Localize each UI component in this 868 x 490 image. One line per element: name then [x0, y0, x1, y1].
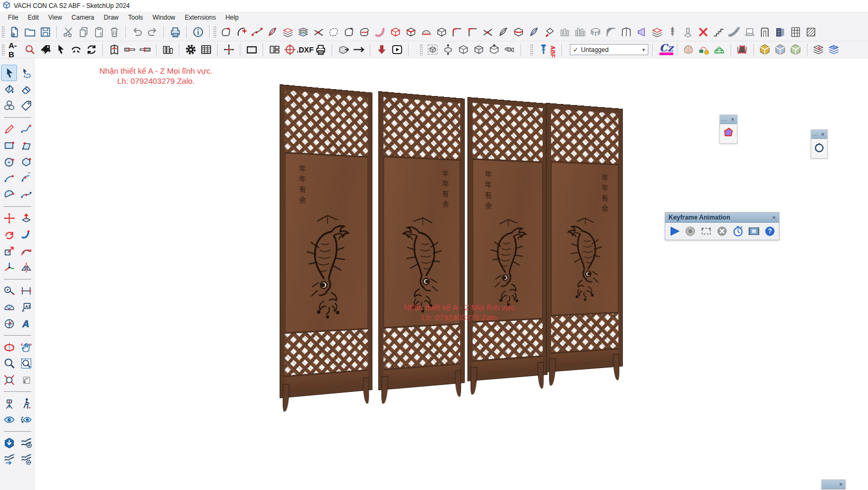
tool-previous-view[interactable] [18, 372, 34, 388]
tool-protractor[interactable] [1, 299, 17, 316]
menu-file[interactable]: File [3, 12, 23, 23]
new-document-button[interactable] [7, 24, 22, 39]
cutlist-table-button[interactable] [198, 42, 213, 57]
tool-layers-settings[interactable] [18, 451, 34, 468]
cut-button[interactable] [60, 24, 75, 39]
plugin-curve-edge-button[interactable] [496, 24, 510, 39]
chevron-down-icon[interactable]: ▾ [639, 47, 648, 52]
view-top-button[interactable] [440, 42, 455, 57]
screen-panel-3[interactable]: 年年有余 [468, 98, 547, 381]
tool-orbit[interactable] [1, 339, 17, 355]
tool-offset[interactable] [18, 243, 34, 259]
joint-a-button[interactable] [122, 42, 137, 57]
plugin-layers-red-button[interactable] [280, 24, 295, 39]
toolbar-drag-handle[interactable] [213, 26, 216, 38]
keyframe-animation-panel[interactable]: Keyframe Animation × ? [665, 212, 779, 240]
fold-tool-button[interactable] [107, 42, 121, 57]
toolbar-drag-handle[interactable] [2, 44, 5, 56]
tool-axes[interactable] [1, 259, 17, 276]
dxf-export-button[interactable]: .DXF [298, 42, 313, 57]
keyframe-play-button[interactable] [667, 224, 681, 238]
menu-help[interactable]: Help [221, 12, 244, 23]
plugin-pillar-array-button[interactable] [572, 24, 587, 39]
tool-pie-arc[interactable] [1, 187, 17, 203]
toolbar-drag-handle[interactable] [420, 44, 423, 56]
plugin-screw-button[interactable] [665, 24, 680, 39]
refresh-button[interactable] [84, 42, 99, 57]
tool-tag-tool[interactable] [18, 98, 34, 114]
view-back-button[interactable] [487, 42, 501, 57]
drag-dots[interactable]: ... [813, 133, 819, 136]
tool-compass-axes[interactable]: AB [1, 316, 17, 332]
tool-lasso[interactable] [18, 65, 34, 81]
tool-walk[interactable] [18, 395, 34, 412]
keyframe-record-button[interactable] [683, 224, 697, 238]
plugin-red-cube-button[interactable] [403, 24, 418, 39]
menu-view[interactable]: View [44, 12, 67, 23]
tool-circle[interactable] [1, 154, 17, 170]
plugin-laptop-button[interactable] [742, 24, 757, 39]
tool-arc-2pt[interactable] [1, 170, 17, 187]
keyframe-title-bar[interactable]: Keyframe Animation × [665, 213, 779, 223]
tool-freehand[interactable] [18, 121, 34, 137]
layout-panels-button[interactable] [267, 42, 282, 57]
plugin-line-cut-button[interactable] [311, 24, 326, 39]
screen-panel-2[interactable]: 年年有余 [379, 92, 464, 390]
print-layout-button[interactable] [313, 42, 328, 57]
layers-s-button[interactable]: S [811, 42, 826, 57]
camera-view-button[interactable] [502, 42, 517, 57]
plugin-layers-multi-button[interactable] [296, 24, 310, 39]
menu-window[interactable]: Window [148, 12, 180, 23]
plugin-arc-add-button[interactable] [234, 24, 249, 39]
tool-position-camera[interactable] [1, 395, 17, 412]
screen-panel-4[interactable]: 年年有余 [546, 103, 623, 372]
plugin-bezier-button[interactable] [249, 24, 264, 39]
plugin-dashed-shape-button[interactable] [326, 24, 341, 39]
tool-push-pull[interactable] [18, 210, 34, 226]
arrow-right-button[interactable] [351, 42, 366, 57]
plugin-facade-button[interactable] [772, 24, 787, 39]
close-icon[interactable]: × [820, 132, 826, 137]
plugin-window-grid-button[interactable] [788, 24, 803, 39]
open-folder-button[interactable] [22, 24, 37, 39]
plugin-vertex-cube-button[interactable] [434, 24, 449, 39]
undo-button[interactable] [129, 24, 144, 39]
close-icon[interactable]: × [730, 117, 735, 122]
tool-eraser[interactable] [18, 81, 34, 98]
tool-text[interactable]: A1 [18, 299, 34, 316]
tool-bezier-arc[interactable] [18, 187, 34, 203]
tool-layers-export[interactable] [1, 451, 17, 468]
tool-follow-me[interactable] [18, 226, 34, 243]
plugin-horn-button[interactable] [634, 24, 649, 39]
tool-arc-3pt[interactable] [18, 170, 34, 187]
keyframe-select-keys-button[interactable] [699, 224, 713, 238]
tool-select[interactable] [1, 65, 17, 81]
plugin-dome-head-button[interactable] [419, 24, 433, 39]
plugin-pedestal-button[interactable] [680, 24, 695, 39]
tool-dimension[interactable] [18, 283, 34, 299]
drag-dots[interactable]: ... [722, 118, 727, 121]
tool-zoom-extents[interactable] [1, 372, 17, 388]
keyframe-export-video-button[interactable] [747, 224, 761, 238]
plugin-drape-button[interactable] [219, 24, 233, 39]
paste-button[interactable] [91, 24, 106, 39]
tag-add-button[interactable] [38, 42, 53, 57]
plugin-pillars-button[interactable] [557, 24, 572, 39]
plugin-solid-shape-button[interactable] [342, 24, 357, 39]
plugin-round-corner-button[interactable] [449, 24, 464, 39]
redo-button[interactable] [145, 24, 160, 39]
rectangle-tool-button[interactable] [244, 42, 259, 57]
tool-eye-arrow[interactable] [18, 412, 34, 428]
tool-text-3d[interactable]: A [18, 316, 34, 332]
keyframe-remove-button[interactable] [715, 224, 729, 238]
center-target-button[interactable] [282, 42, 297, 57]
soap-dome-button[interactable] [712, 42, 727, 57]
plugin-fan-stack-button[interactable] [603, 24, 618, 39]
settings-gear-button[interactable] [183, 42, 198, 57]
tag-filter-dropdown[interactable]: ✓Untagged▾ [570, 44, 648, 55]
flip-button[interactable] [68, 42, 83, 57]
close-icon[interactable]: × [772, 214, 776, 221]
partial-mini-toolbar[interactable]: × [821, 479, 846, 489]
corner-cube-yellow-button[interactable] [758, 42, 772, 57]
view-right-button[interactable] [471, 42, 486, 57]
